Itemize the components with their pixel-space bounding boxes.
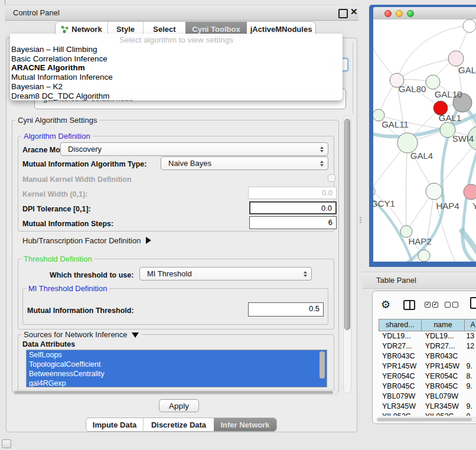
table-cell[interactable]: YDL19... [379, 331, 422, 341]
table-row[interactable]: YLR345WYLR345W9. [379, 402, 476, 412]
dropdown-item-aracne[interactable]: ARACNE Algorithm [11, 63, 85, 73]
deselect-all-icon[interactable] [445, 302, 458, 308]
tab-discretize-data[interactable]: Discretize Data [143, 418, 214, 431]
apply-button[interactable]: Apply [159, 399, 199, 412]
column-header-shared-name[interactable]: shared... [379, 319, 422, 331]
table-cell[interactable]: YBL079W [422, 392, 465, 402]
network-node-label: GAL10 [435, 89, 462, 99]
settings-scrollbar[interactable] [343, 116, 351, 393]
which-threshold-combo[interactable]: MI Threshold [139, 267, 312, 281]
network-node[interactable] [426, 75, 440, 89]
table-row[interactable]: YER054CYER054C8. [379, 371, 476, 381]
table-cell[interactable]: YER054C [379, 371, 422, 381]
close-panel-icon[interactable]: ✕ [350, 6, 358, 17]
table-cell[interactable]: 8. [465, 371, 476, 381]
table-cell[interactable]: YER054C [422, 371, 465, 381]
aracne-mode-combo[interactable]: Discovery [60, 142, 328, 156]
table-row[interactable]: YDR27...YDR27...12 [379, 341, 476, 351]
network-node[interactable] [373, 186, 375, 197]
network-node[interactable] [426, 183, 442, 200]
gear-icon[interactable]: ⚙ [381, 298, 390, 311]
zoom-window-icon[interactable] [407, 10, 414, 17]
table-cell[interactable]: YBR043C [379, 351, 422, 361]
table-cell[interactable]: YBR043C [422, 351, 465, 361]
mi-steps-field[interactable]: 6 [249, 216, 337, 229]
network-node[interactable] [400, 226, 412, 237]
table-cell[interactable] [465, 351, 476, 361]
table-cell[interactable]: 9. [465, 381, 476, 392]
table-cell[interactable]: YPR145W [422, 361, 465, 371]
dropdown-item-bayesian-hill-climbing[interactable]: Bayesian – Hill Climbing [11, 45, 97, 54]
table-cell[interactable]: YDR27... [379, 341, 422, 351]
network-node[interactable] [464, 184, 476, 200]
column-header-clipped[interactable]: A [465, 319, 476, 331]
list-item-betweennesscentrality[interactable]: BetweennessCentrality [27, 369, 327, 379]
table-cell[interactable]: YLR345W [422, 402, 465, 412]
table-cell[interactable] [465, 392, 476, 402]
table-cell[interactable]: 9. [465, 402, 476, 412]
tab-impute-data[interactable]: Impute Data [86, 418, 143, 431]
minimize-window-icon[interactable] [396, 10, 403, 17]
network-node-label: SWI4 [452, 133, 474, 144]
select-all-icon[interactable]: ✓✓ [425, 302, 438, 308]
manual-kernel-width-checkbox[interactable] [328, 174, 335, 182]
table-cell[interactable]: YBR045C [422, 381, 465, 392]
table-row[interactable]: YBR045CYBR045C9. [379, 381, 476, 392]
table-row[interactable]: YBR043CYBR043C [379, 351, 476, 361]
table-cell[interactable]: 0. [465, 412, 476, 416]
list-scrollbar[interactable] [319, 351, 325, 379]
table-cell[interactable]: YBR045C [379, 381, 422, 392]
dropdown-item-bayesian-k2[interactable]: Bayesian – K2 [11, 82, 63, 92]
list-item-selfloops[interactable]: SelfLoops [27, 350, 327, 360]
horizontal-scrollbar[interactable] [13, 390, 338, 395]
table-cell[interactable]: YIL052C [422, 412, 465, 416]
table-row[interactable]: YIL052CYIL052C0. [379, 412, 476, 416]
table-cell[interactable]: YLR345W [379, 402, 422, 412]
dropdown-item-basic-correlation[interactable]: Basic Correlation Inference [11, 54, 107, 64]
network-canvas[interactable]: GALGAL80GAL10GAL1GAL11SWI4GAL4GCY1HAP4YH… [373, 19, 476, 262]
hub-definition-expander[interactable]: Hub/Transcription Factor Definition [22, 236, 151, 245]
close-window-icon[interactable] [384, 10, 392, 17]
table-cell[interactable]: 13 [465, 331, 476, 341]
tab-infer-network[interactable]: Infer Network [214, 418, 276, 431]
collapse-panel-button[interactable] [2, 439, 11, 448]
table-cell[interactable]: 9. [465, 361, 476, 371]
table-cell[interactable]: YPR145W [379, 361, 422, 371]
panel-splitter-handle[interactable] [360, 216, 362, 224]
table-row[interactable]: YBL079WYBL079W [379, 392, 476, 402]
kernel-width-field[interactable]: 0.0 [248, 187, 337, 199]
tab-label: Cyni Toolbox [192, 25, 240, 34]
dpi-tolerance-field[interactable]: 0.0 [249, 201, 337, 214]
table-cell[interactable]: YIL052C [379, 412, 422, 416]
network-node[interactable] [418, 250, 430, 262]
scrollbar-thumb[interactable] [14, 391, 333, 394]
table-cell[interactable]: YBL079W [379, 392, 422, 402]
network-node[interactable] [448, 51, 464, 66]
mi-threshold-field[interactable]: 0.5 [248, 302, 324, 317]
list-item-gal4rgexp[interactable]: gal4RGexp [27, 379, 327, 387]
network-node[interactable] [463, 19, 476, 32]
network-node[interactable] [397, 133, 418, 153]
table-row[interactable]: YDL19...YDL19...13 [379, 331, 476, 341]
network-node-label: GCY1 [373, 198, 395, 208]
split-columns-icon[interactable] [403, 300, 415, 310]
data-attributes-list[interactable]: SelfLoops TopologicalCoefficient Between… [26, 350, 327, 387]
table-cell[interactable]: 12 [465, 341, 476, 351]
settings-scrollbar-thumb[interactable] [344, 119, 350, 330]
list-item-topologicalcoefficient[interactable]: TopologicalCoefficient [27, 360, 327, 369]
dpi-tolerance-label: DPI Tolerance [0,1]: [22, 205, 91, 213]
table-cell[interactable]: YDL19... [422, 331, 465, 341]
sources-title[interactable]: Sources for Network Inference [21, 330, 141, 339]
dropdown-item-mutual-information[interactable]: Mutual Information Inference [11, 73, 113, 82]
dropdown-item-dream8[interactable]: Dream8 DC_TDC Algorithm [11, 92, 110, 101]
table-cell[interactable]: YDR27... [422, 341, 465, 351]
column-header-name[interactable]: name [422, 319, 465, 331]
table-horizontal-scrollbar[interactable] [376, 417, 476, 422]
manual-kernel-width-label: Manual Kernel Width Definition [22, 175, 132, 184]
scrollbar-thumb[interactable] [377, 418, 472, 421]
float-panel-icon[interactable] [338, 9, 348, 18]
mi-algorithm-type-combo[interactable]: Naive Bayes [161, 156, 328, 170]
hidden-groupbox-border [353, 43, 353, 113]
table-row[interactable]: YPR145WYPR145W9. [379, 361, 476, 371]
export-table-icon[interactable] [470, 297, 476, 309]
